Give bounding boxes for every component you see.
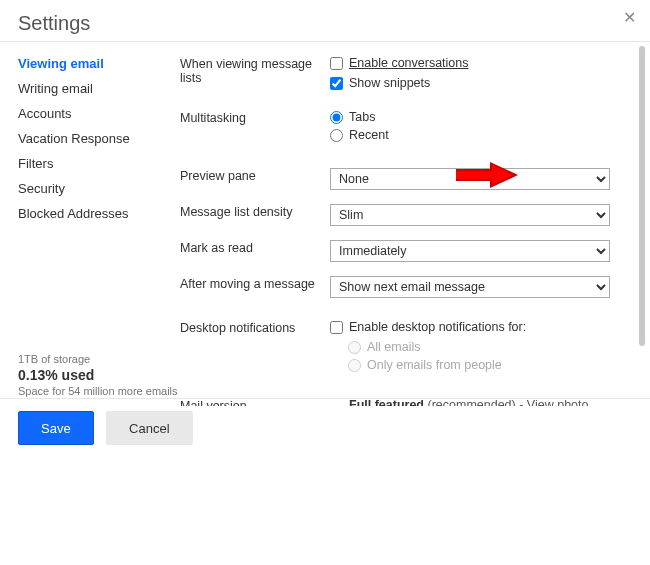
radio-all-emails xyxy=(348,341,361,354)
label-show-snippets: Show snippets xyxy=(349,76,430,90)
checkbox-enable-conversations[interactable] xyxy=(330,57,343,70)
label-after-move: After moving a message xyxy=(180,276,330,291)
radio-from-people xyxy=(348,359,361,372)
radio-recent[interactable] xyxy=(330,129,343,142)
sidebar: Viewing email Writing email Accounts Vac… xyxy=(0,42,170,406)
select-mark-read[interactable]: Immediately xyxy=(330,240,610,262)
scrollbar[interactable] xyxy=(639,42,645,406)
label-enable-desktop-notif: Enable desktop notifications for: xyxy=(349,320,526,334)
storage-line: Space for 54 million more emails xyxy=(18,385,178,397)
sidebar-item-accounts[interactable]: Accounts xyxy=(18,106,162,121)
label-multitasking: Multitasking xyxy=(180,110,330,125)
select-density[interactable]: Slim xyxy=(330,204,610,226)
label-message-lists: When viewing message lists xyxy=(180,56,330,85)
label-desktop-notifications: Desktop notifications xyxy=(180,320,330,335)
sidebar-item-viewing-email[interactable]: Viewing email xyxy=(18,56,162,71)
sidebar-item-filters[interactable]: Filters xyxy=(18,156,162,171)
label-density: Message list density xyxy=(180,204,330,219)
page-title: Settings xyxy=(0,0,650,41)
sidebar-item-writing-email[interactable]: Writing email xyxy=(18,81,162,96)
label-tabs: Tabs xyxy=(349,110,375,124)
sidebar-item-vacation-response[interactable]: Vacation Response xyxy=(18,131,162,146)
save-button[interactable]: Save xyxy=(18,411,94,445)
link-enable-conversations[interactable]: Enable conversations xyxy=(349,56,469,70)
select-after-move[interactable]: Show next email message xyxy=(330,276,610,298)
radio-tabs[interactable] xyxy=(330,111,343,124)
sidebar-item-blocked-addresses[interactable]: Blocked Addresses xyxy=(18,206,162,221)
checkbox-enable-desktop-notif[interactable] xyxy=(330,321,343,334)
sidebar-item-security[interactable]: Security xyxy=(18,181,162,196)
label-from-people: Only emails from people xyxy=(367,358,502,372)
label-recent: Recent xyxy=(349,128,389,142)
storage-info: 1TB of storage 0.13% used Space for 54 m… xyxy=(18,353,178,397)
label-preview-pane: Preview pane xyxy=(180,168,330,183)
settings-content: When viewing message lists Enable conver… xyxy=(170,42,650,406)
storage-total: 1TB of storage xyxy=(18,353,178,365)
scrollbar-thumb[interactable] xyxy=(639,46,645,346)
close-icon[interactable]: ✕ xyxy=(623,8,636,27)
storage-used: 0.13% used xyxy=(18,367,178,383)
checkbox-show-snippets[interactable] xyxy=(330,77,343,90)
label-all-emails: All emails xyxy=(367,340,421,354)
select-preview-pane[interactable]: None xyxy=(330,168,610,190)
cancel-button[interactable]: Cancel xyxy=(106,411,192,445)
label-mark-read: Mark as read xyxy=(180,240,330,255)
